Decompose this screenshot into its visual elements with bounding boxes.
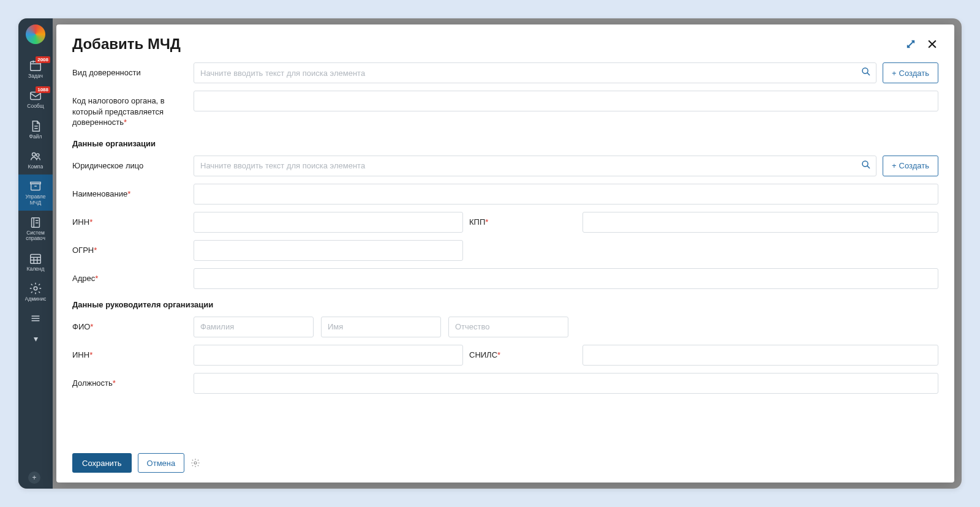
sidebar-item-label: Задач: [28, 73, 43, 79]
app-window: 2008 Задач 1088 Сообщ Файл Компа: [18, 18, 962, 489]
sidebar-item-tasks[interactable]: 2008 Задач: [18, 54, 53, 84]
sidebar-item-calendar[interactable]: Календ: [18, 247, 53, 277]
plus-icon: +: [892, 69, 897, 78]
sidebar-item-mchd[interactable]: УправлеМЧД: [18, 175, 53, 211]
modal-title: Добавить МЧД: [72, 36, 181, 53]
poa-type-input[interactable]: [194, 62, 876, 83]
gear-icon: [29, 282, 42, 295]
sidebar: 2008 Задач 1088 Сообщ Файл Компа: [18, 18, 53, 489]
modal-header: Добавить МЧД: [56, 24, 954, 53]
svg-point-2: [32, 153, 36, 157]
create-legal-entity-button[interactable]: + Создать: [883, 156, 938, 176]
messages-badge: 1088: [36, 86, 50, 93]
label-snils: СНИЛС*: [469, 350, 500, 359]
tasks-badge: 2008: [36, 56, 50, 63]
label-inn: ИНН*: [72, 212, 185, 228]
svg-rect-6: [31, 254, 41, 263]
sidebar-item-label: Админис: [25, 296, 47, 302]
head-inn-input[interactable]: [194, 345, 463, 366]
save-button[interactable]: Сохранить: [72, 453, 132, 473]
tax-code-input[interactable]: [194, 91, 938, 111]
head-firstname-input[interactable]: [321, 317, 441, 337]
button-label: Создать: [899, 161, 929, 170]
sidebar-item-label: Календ: [26, 266, 44, 272]
org-ogrn-input[interactable]: [194, 240, 463, 261]
archive-icon: [29, 179, 42, 193]
org-kpp-input[interactable]: [582, 212, 938, 233]
document-icon: [29, 119, 42, 133]
form-settings-icon[interactable]: [190, 458, 200, 468]
org-name-input[interactable]: [194, 184, 938, 205]
svg-point-11: [194, 462, 197, 464]
label-name: Наименование*: [72, 184, 185, 200]
head-position-input[interactable]: [194, 373, 938, 394]
sidebar-item-files[interactable]: Файл: [18, 115, 53, 145]
label-tax-code: Код налогового органа, в который предста…: [72, 91, 185, 128]
book-icon: [29, 216, 42, 229]
section-organization: Данные организации: [72, 139, 938, 148]
org-inn-input[interactable]: [194, 212, 463, 233]
sidebar-item-label: Файл: [29, 134, 42, 140]
modal-body: Вид доверенности + Создать: [56, 53, 954, 446]
expand-icon[interactable]: [905, 39, 916, 50]
create-poa-type-button[interactable]: + Создать: [883, 62, 938, 83]
head-snils-input[interactable]: [582, 345, 938, 366]
sidebar-item-companies[interactable]: Компа: [18, 145, 53, 175]
label-head-inn: ИНН*: [72, 345, 185, 361]
calendar-grid-icon: [29, 252, 42, 265]
sidebar-item-messages[interactable]: 1088 Сообщ: [18, 84, 53, 114]
org-address-input[interactable]: [194, 268, 938, 289]
section-head: Данные руководителя организации: [72, 300, 938, 309]
label-poa-type: Вид доверенности: [72, 62, 185, 78]
sidebar-item-more[interactable]: [18, 307, 53, 331]
label-kpp: КПП*: [469, 217, 488, 227]
sidebar-item-label: Компа: [28, 164, 43, 170]
svg-rect-4: [31, 184, 40, 190]
app-logo[interactable]: [26, 24, 45, 44]
sidebar-item-label: УправлеМЧД: [25, 194, 45, 206]
sidebar-item-label: Системсправоч: [26, 230, 45, 242]
label-legal-entity: Юридическое лицо: [72, 156, 185, 171]
sidebar-item-label: Сообщ: [27, 103, 43, 109]
head-lastname-input[interactable]: [194, 317, 314, 337]
label-fio: ФИО*: [72, 317, 185, 332]
list-icon: [29, 312, 42, 325]
svg-point-7: [34, 287, 37, 290]
button-label: Создать: [899, 69, 929, 78]
people-icon: [29, 149, 42, 163]
sidebar-add-button[interactable]: +: [28, 471, 40, 484]
label-position: Должность*: [72, 373, 185, 389]
cancel-button[interactable]: Отмена: [138, 453, 185, 473]
sidebar-item-directory[interactable]: Системсправоч: [18, 211, 53, 247]
head-patronymic-input[interactable]: [448, 317, 568, 337]
svg-rect-1: [31, 92, 41, 100]
label-ogrn: ОГРН*: [72, 240, 185, 256]
legal-entity-input[interactable]: [194, 156, 876, 176]
svg-point-3: [36, 154, 39, 157]
sidebar-item-admin[interactable]: Админис: [18, 277, 53, 307]
modal-footer: Сохранить Отмена: [56, 446, 954, 483]
label-address: Адрес*: [72, 268, 185, 284]
add-mchd-modal: Добавить МЧД Вид доверенности: [56, 24, 954, 483]
plus-icon: +: [892, 161, 897, 170]
chevron-down-icon[interactable]: ▾: [34, 334, 38, 344]
close-icon[interactable]: [926, 38, 938, 50]
